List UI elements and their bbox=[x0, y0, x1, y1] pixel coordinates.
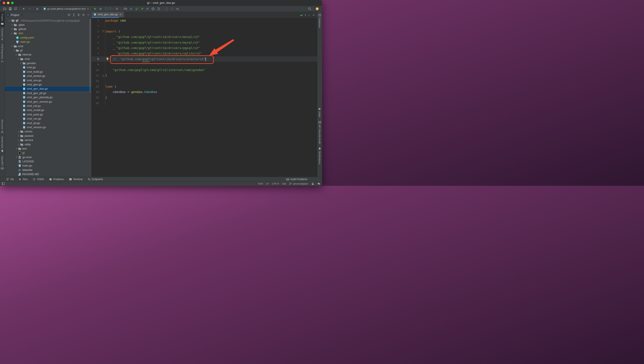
tree-item-test[interactable]: test bbox=[5, 146, 91, 151]
tree-item-packed[interactable]: packed bbox=[5, 134, 91, 138]
tree-item--gitee[interactable]: .gitee bbox=[5, 22, 91, 27]
expand-chevron-icon[interactable] bbox=[11, 28, 14, 30]
collapse-chevron-icon[interactable] bbox=[13, 49, 16, 52]
collapse-chevron-icon[interactable] bbox=[11, 45, 14, 48]
code-line-7[interactable]: 7 _ "github.com/gogf/gf/contrib/drivers/… bbox=[92, 51, 317, 56]
stripe-tab-project[interactable]: Project bbox=[0, 12, 5, 27]
tree-item-cmd[interactable]: cmd bbox=[5, 57, 91, 61]
stripe-tab-notifications[interactable]: Notifications bbox=[317, 146, 322, 166]
project-view-dropdown-icon[interactable] bbox=[20, 14, 23, 16]
code-line-9[interactable]: 9 bbox=[92, 62, 317, 67]
stripe-tab-make[interactable]: Mmake bbox=[317, 106, 322, 119]
tree-item-cmd-pack-go[interactable]: cmd_pack.go bbox=[5, 112, 91, 117]
target-button[interactable] bbox=[68, 14, 71, 16]
tree-item-cmd-gen-go[interactable]: cmd_gen.go bbox=[5, 82, 91, 87]
stripe-tab-openapi[interactable]: OpenAPI/API bbox=[0, 154, 5, 171]
tree-item-cmd-install-go[interactable]: cmd_install.go bbox=[5, 108, 91, 112]
tree-item-main-go[interactable]: main.go bbox=[5, 40, 91, 44]
status-cloud-settings[interactable] bbox=[317, 182, 320, 185]
collapse-chevron-icon[interactable] bbox=[15, 53, 18, 56]
code-line-14[interactable]: 14 cGenDao = gendao.CGenDao bbox=[92, 89, 317, 95]
tree-item-cmd-env-go[interactable]: cmd_env.go bbox=[5, 78, 91, 82]
status-git-branch[interactable]: personal/gqcn bbox=[289, 182, 308, 185]
run-configuration-select[interactable]: go build github.com/gogf/gf/v2/.test bbox=[42, 6, 91, 11]
tree-item-gf[interactable]: gf bbox=[5, 48, 91, 52]
editor-tab-cmd_gen_dao[interactable]: cmd_gen_dao.go bbox=[92, 12, 124, 17]
status-indent-style[interactable]: Tab bbox=[282, 182, 286, 185]
prev-problem-icon[interactable] bbox=[307, 14, 310, 16]
tree-item-cmd-gen-dao-go[interactable]: cmd_gen_dao.go bbox=[5, 87, 91, 91]
tool-window-button-run[interactable]: Run bbox=[19, 178, 28, 181]
save-all-button[interactable] bbox=[8, 6, 13, 11]
code-line-11[interactable]: 11) bbox=[92, 73, 317, 78]
tree-item--github[interactable]: .github bbox=[5, 27, 91, 31]
tree-item-license[interactable]: LICENSE bbox=[5, 160, 91, 164]
git-update-button[interactable] bbox=[129, 6, 134, 11]
status-file-encoding[interactable]: UTF-8 bbox=[272, 182, 279, 185]
tree-item--test[interactable]: .test bbox=[5, 31, 91, 36]
cloud-button[interactable] bbox=[175, 6, 180, 11]
find-usages-button[interactable] bbox=[169, 6, 175, 11]
tree-item-internal[interactable]: internal bbox=[5, 52, 91, 57]
expand-chevron-icon[interactable] bbox=[17, 139, 20, 142]
expand-all-button[interactable] bbox=[72, 14, 75, 16]
project-panel-title[interactable]: Project bbox=[11, 14, 19, 16]
expand-chevron-icon[interactable] bbox=[17, 143, 20, 146]
expand-chevron-icon[interactable] bbox=[19, 62, 22, 65]
code-line-1[interactable]: 1package cmd bbox=[92, 18, 317, 23]
rollback-button[interactable] bbox=[156, 6, 161, 11]
stop-button[interactable] bbox=[114, 6, 120, 11]
code-line-4[interactable]: 4 _ "github.com/gogf/gf/contrib/drivers/… bbox=[92, 34, 317, 40]
gear-button[interactable] bbox=[82, 14, 85, 16]
project-tree-scrollbar[interactable] bbox=[90, 19, 91, 92]
tree-item-utility[interactable]: utility bbox=[5, 142, 91, 146]
tool-window-button-problems[interactable]: Problems bbox=[49, 178, 64, 181]
stripe-tab-structure[interactable]: Structure bbox=[0, 118, 5, 135]
tree-item-consts[interactable]: consts bbox=[5, 130, 91, 134]
tree-item-service[interactable]: service bbox=[5, 138, 91, 142]
tool-window-button-endpoints[interactable]: Endpoints bbox=[88, 178, 103, 181]
code-line-2[interactable]: 2 bbox=[92, 23, 317, 29]
tree-item-cmd-gen-pbentity-go[interactable]: cmd_gen_pbentity.go bbox=[5, 95, 91, 100]
tool-window-layout-icon[interactable] bbox=[0, 182, 5, 185]
code-line-6[interactable]: 6 _ "github.com/gogf/gf/contrib/drivers/… bbox=[92, 45, 317, 51]
intention-bulb-icon[interactable] bbox=[106, 57, 109, 61]
collapse-chevron-icon[interactable] bbox=[11, 32, 14, 35]
expand-chevron-icon[interactable] bbox=[17, 134, 20, 138]
tool-window-button-git[interactable]: Git bbox=[6, 178, 14, 181]
tree-item-cmd-gen-pb-go[interactable]: cmd_gen_pb.go bbox=[5, 91, 91, 95]
code-line-13[interactable]: 13type ( bbox=[92, 84, 317, 89]
collapse-chevron-icon[interactable] bbox=[8, 19, 11, 22]
update-badge-button[interactable] bbox=[314, 6, 320, 11]
fold-marker-icon[interactable] bbox=[99, 29, 105, 34]
tree-item-gf[interactable]: gf bbox=[5, 151, 91, 155]
git-fetch-button[interactable] bbox=[145, 6, 150, 11]
code-line-15[interactable]: 15) bbox=[92, 95, 317, 100]
code-line-5[interactable]: 5 _ "github.com/gogf/gf/contrib/drivers/… bbox=[92, 40, 317, 45]
tree-item-makefile[interactable]: MMakefile bbox=[5, 168, 91, 172]
code-line-3[interactable]: 3import ( bbox=[92, 29, 317, 34]
status-caret-position[interactable]: 8:55 bbox=[258, 182, 263, 185]
tree-item-cmd-build-go[interactable]: cmd_build.go bbox=[5, 70, 91, 74]
expand-chevron-icon[interactable] bbox=[17, 130, 20, 133]
stripe-tab-database[interactable]: Database bbox=[317, 12, 322, 30]
stripe-tab-pull-requests[interactable]: Pull Requests bbox=[0, 42, 5, 64]
next-problem-icon[interactable] bbox=[312, 14, 314, 16]
search-button[interactable] bbox=[307, 6, 312, 11]
fold-marker-icon[interactable] bbox=[99, 73, 105, 78]
minus-button[interactable] bbox=[87, 14, 90, 16]
stripe-tab-bookmarks[interactable]: Bookmarks bbox=[0, 135, 5, 154]
open-folder-button[interactable] bbox=[2, 6, 8, 11]
tree-item-cmd-docker-go[interactable]: cmd_docker.go bbox=[5, 74, 91, 78]
code-lines[interactable]: 1package cmd23import (4 _ "github.com/go… bbox=[92, 18, 317, 106]
history-clock-button[interactable] bbox=[150, 6, 156, 11]
tree-item-go-mod[interactable]: go.mod bbox=[5, 155, 91, 160]
tree-item-cmd-version-go[interactable]: cmd_version.go bbox=[5, 125, 91, 130]
stripe-tab-api-security-audit[interactable]: /APIAPI Security Audit bbox=[317, 119, 322, 146]
tree-item-readme-md[interactable]: MDREADME.MD bbox=[5, 172, 91, 176]
sync-button[interactable] bbox=[13, 6, 19, 11]
tree-item-cmd-gen-service-go[interactable]: cmd_gen_service.go bbox=[5, 100, 91, 104]
stripe-tab-commit[interactable]: Commit bbox=[0, 27, 5, 42]
tool-window-button-terminal[interactable]: Terminal bbox=[69, 178, 83, 181]
tree-item-config-yaml[interactable]: config.yaml bbox=[5, 36, 91, 40]
